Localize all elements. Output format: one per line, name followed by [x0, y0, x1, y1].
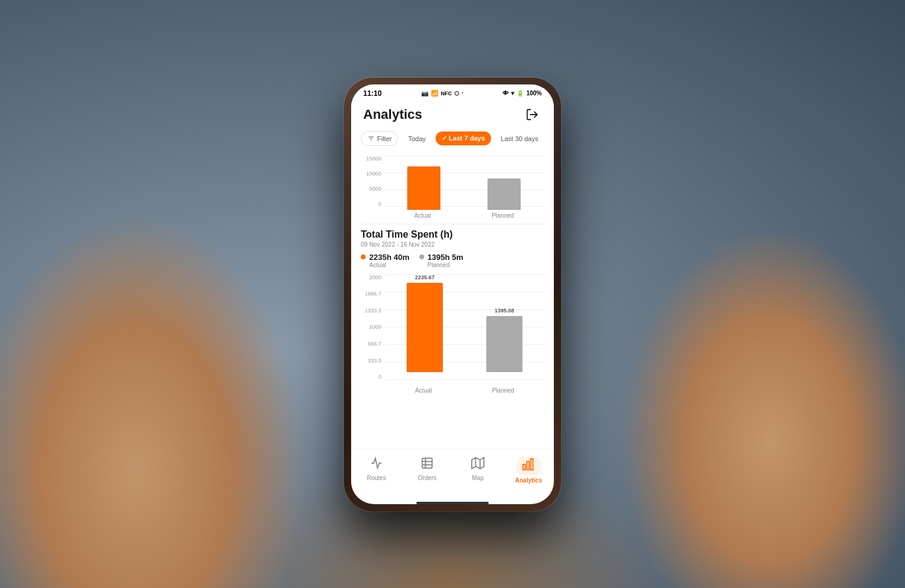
export-button[interactable] — [522, 105, 542, 124]
tab-last30days[interactable]: Last 30 days — [495, 132, 544, 145]
nav-item-analytics[interactable]: Analytics — [503, 454, 554, 486]
nav-item-orders[interactable]: Orders — [402, 454, 453, 486]
scroll-content[interactable]: 15000 10000 5000 0 — [351, 151, 554, 449]
legend-actual-value: 2235h 40m — [369, 253, 410, 262]
status-icons: 📷 📶 NFC ⬡ · — [421, 90, 463, 96]
chart-plot-area: 2235.67 1395.08 — [385, 274, 544, 395]
page-title: Analytics — [363, 107, 422, 122]
dot-icon: · — [462, 90, 463, 96]
svg-rect-4 — [422, 458, 433, 468]
top-bar-actual-group — [407, 166, 440, 210]
orders-icon — [421, 457, 434, 473]
top-bars-row — [384, 156, 544, 210]
signal-icon: 📶 — [431, 90, 438, 96]
y-label-1000: 1000 — [369, 324, 381, 330]
bar-actual — [407, 283, 443, 372]
bottom-nav: Routes Orders Ma — [351, 449, 554, 498]
y-label-1333: 1333.3 — [364, 308, 381, 314]
svg-rect-13 — [531, 458, 533, 469]
y-label-2000: 2000 — [369, 274, 381, 280]
x-labels-row: Actual Planned — [385, 387, 544, 395]
top-chart-section: 15000 10000 5000 0 — [351, 151, 554, 224]
routes-icon — [370, 457, 383, 473]
nav-label-orders: Orders — [418, 475, 437, 481]
home-indicator — [416, 502, 489, 504]
status-time: 11:10 — [363, 89, 382, 98]
legend-dot-planned — [419, 254, 424, 259]
top-y-label-0: 0 — [378, 201, 381, 207]
bar-planned-value-label: 1395.08 — [495, 308, 515, 314]
legend-planned-label: Planned — [428, 262, 463, 268]
main-bar-chart: 2000 1666.7 1333.3 1000 666.7 333.3 0 — [361, 274, 544, 395]
eye-icon: 👁 — [503, 90, 509, 96]
legend-actual: 2235h 40m Actual — [361, 253, 410, 268]
nfc-icon: NFC — [440, 90, 452, 96]
nav-item-routes[interactable]: Routes — [351, 454, 402, 486]
legend-planned: 1395h 5m Planned — [419, 253, 463, 268]
bars-row: 2235.67 1395.08 — [385, 274, 544, 387]
tab-today[interactable]: Today — [402, 132, 431, 145]
bar-group-planned: 1395.08 — [486, 308, 522, 372]
top-y-label-15000: 15000 — [366, 156, 381, 162]
chart-subtitle: 09 Nov 2022 - 16 Nov 2022 — [361, 241, 544, 248]
legend-planned-value: 1395h 5m — [428, 253, 463, 262]
nav-label-map: Map — [472, 475, 483, 481]
x-label-planned: Planned — [492, 387, 514, 394]
phone-shell: 11:10 📷 📶 NFC ⬡ · 👁 ▾ 🔋 100% Analytics — [344, 77, 561, 511]
battery-percent: 100% — [526, 90, 542, 96]
phone-screen: 11:10 📷 📶 NFC ⬡ · 👁 ▾ 🔋 100% Analytics — [351, 84, 554, 504]
status-bar: 11:10 📷 📶 NFC ⬡ · 👁 ▾ 🔋 100% — [351, 84, 554, 100]
status-right: 👁 ▾ 🔋 100% — [503, 90, 542, 96]
nav-label-routes: Routes — [367, 475, 386, 481]
filter-bar: Filter Today ✓ Last 7 days Last 30 days … — [351, 129, 554, 151]
legend-dot-actual — [361, 254, 366, 259]
vpn-icon: ⬡ — [454, 90, 459, 96]
camera-icon: 📷 — [421, 90, 428, 96]
top-x-label-actual: Actual — [414, 212, 431, 219]
tab-daterange[interactable]: Date ran... — [548, 132, 554, 145]
filter-button[interactable]: Filter — [361, 131, 398, 146]
filter-label: Filter — [377, 135, 392, 142]
y-label-1666: 1666.7 — [364, 291, 381, 297]
chart-title: Total Time Spent (h) — [361, 229, 544, 240]
top-bar-planned — [487, 179, 521, 210]
phone-device: 11:10 📷 📶 NFC ⬡ · 👁 ▾ 🔋 100% Analytics — [344, 77, 561, 511]
top-bar-actual — [407, 166, 440, 210]
analytics-icon — [522, 458, 535, 474]
x-label-actual: Actual — [415, 387, 432, 394]
svg-rect-12 — [527, 461, 529, 470]
nav-label-analytics: Analytics — [515, 477, 542, 484]
y-label-333: 333.3 — [367, 358, 381, 364]
bar-planned — [486, 316, 522, 372]
legend-actual-label: Actual — [369, 262, 410, 268]
battery-icon: 🔋 — [516, 90, 524, 96]
top-y-label-10000: 10000 — [366, 171, 381, 177]
app-header: Analytics — [351, 100, 554, 129]
nav-item-map[interactable]: Map — [453, 454, 503, 486]
y-label-0: 0 — [378, 374, 381, 380]
tab-last7days[interactable]: ✓ Last 7 days — [436, 131, 491, 145]
y-label-666: 666.7 — [367, 341, 381, 347]
svg-rect-11 — [523, 464, 526, 470]
bar-actual-value-label: 2235.67 — [415, 274, 435, 280]
total-time-chart-section: Total Time Spent (h) 09 Nov 2022 - 16 No… — [351, 224, 554, 405]
wifi-icon: ▾ — [511, 90, 514, 96]
map-icon — [471, 457, 484, 473]
top-x-label-planned: Planned — [492, 212, 514, 219]
bar-group-actual: 2235.67 — [407, 274, 443, 372]
chart-legend: 2235h 40m Actual 1395h 5m Planned — [361, 253, 544, 268]
svg-marker-8 — [472, 457, 484, 468]
y-axis: 2000 1666.7 1333.3 1000 666.7 333.3 0 — [361, 274, 385, 395]
top-bar-planned-group — [487, 179, 521, 210]
top-y-label-5000: 5000 — [369, 186, 381, 192]
